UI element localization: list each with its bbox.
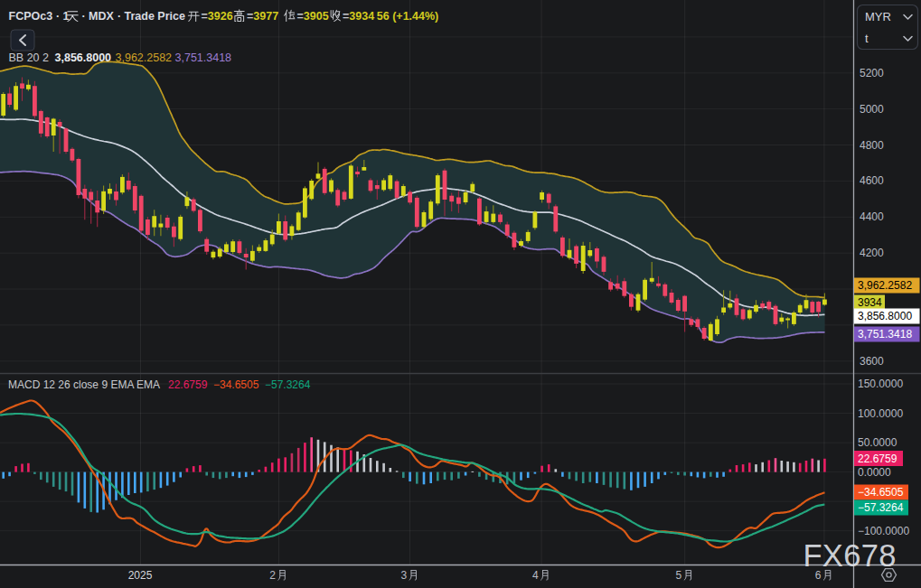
svg-text:100.0000: 100.0000 (858, 407, 903, 420)
svg-text:−34.6505: −34.6505 (213, 378, 259, 391)
svg-text:50.0000: 50.0000 (858, 436, 898, 449)
svg-text:−57.3264: −57.3264 (858, 501, 904, 514)
svg-text:·: · (82, 10, 86, 23)
svg-text:4400: 4400 (860, 210, 884, 223)
svg-text:−34.6505: −34.6505 (858, 486, 904, 499)
svg-text:5: 5 (676, 569, 682, 582)
svg-text:2025: 2025 (128, 569, 153, 582)
svg-text:=3905: =3905 (297, 10, 329, 23)
svg-text:BB 20 2: BB 20 2 (9, 51, 50, 64)
svg-text:4200: 4200 (860, 247, 884, 259)
svg-text:−100.0000: −100.0000 (858, 525, 909, 537)
svg-text:·: · (56, 10, 60, 23)
svg-text:−57.3264: −57.3264 (265, 378, 311, 391)
svg-text:4: 4 (532, 569, 539, 582)
svg-text:MYR: MYR (865, 10, 891, 23)
svg-text:FX678: FX678 (804, 538, 897, 573)
svg-text:4800: 4800 (860, 139, 884, 152)
svg-text:4600: 4600 (860, 174, 884, 187)
svg-text:22.6759: 22.6759 (168, 378, 208, 391)
svg-text:3934: 3934 (858, 296, 882, 309)
svg-text:3,856.8000: 3,856.8000 (858, 310, 912, 322)
svg-text:t: t (865, 32, 869, 45)
svg-text:22.6759: 22.6759 (858, 453, 898, 465)
svg-text:2: 2 (269, 569, 276, 582)
svg-text:MACD 12 26 close 9 EMA EMA: MACD 12 26 close 9 EMA EMA (8, 378, 160, 391)
svg-text:3,751.3418: 3,751.3418 (175, 51, 232, 64)
svg-text:0.0000: 0.0000 (858, 466, 891, 479)
svg-text:·: · (117, 10, 121, 23)
svg-text:56 (+1.44%): 56 (+1.44%) (377, 10, 438, 23)
svg-text:3,856.8000: 3,856.8000 (55, 51, 112, 64)
svg-text:MDX: MDX (89, 10, 114, 23)
svg-text:=3934: =3934 (343, 10, 374, 23)
svg-text:3,751.3418: 3,751.3418 (858, 328, 912, 341)
svg-text:Trade Price: Trade Price (125, 10, 185, 23)
svg-text:=3926: =3926 (202, 10, 233, 23)
svg-text:5200: 5200 (860, 67, 884, 79)
svg-text:3600: 3600 (860, 355, 884, 368)
svg-text:=3977: =3977 (247, 10, 278, 23)
svg-text:3,962.2582: 3,962.2582 (116, 51, 173, 64)
svg-text:150.0000: 150.0000 (858, 378, 903, 390)
svg-text:3,962.2582: 3,962.2582 (858, 279, 912, 292)
svg-text:FCPOc3: FCPOc3 (9, 10, 53, 23)
svg-text:5000: 5000 (860, 103, 884, 116)
svg-text:3: 3 (400, 569, 407, 582)
